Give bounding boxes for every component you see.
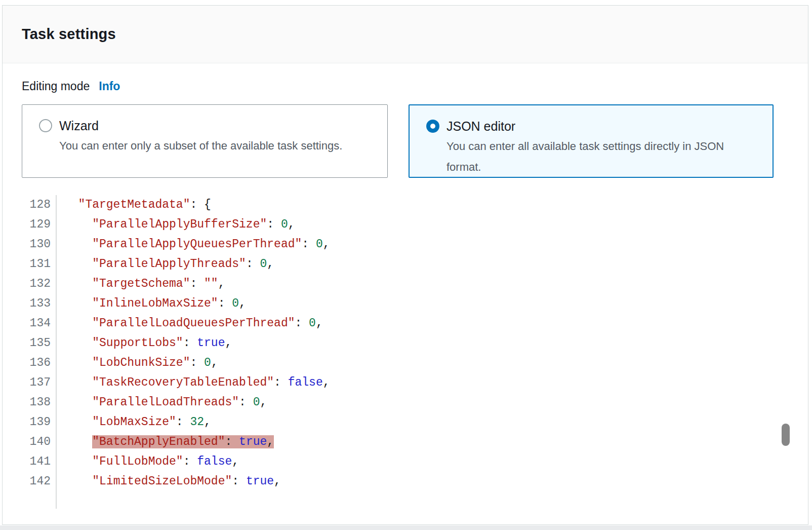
code-text: "ParallelApplyBufferSize": 0, [57,215,295,235]
gutter-filler [3,491,57,509]
line-number: 141 [3,452,57,472]
wizard-option-description: You can enter only a subset of the avail… [59,135,342,156]
code-text: "TargetMetadata": { [57,195,211,215]
line-number: 133 [3,294,57,314]
code-line-filler [3,491,780,509]
wizard-radio-icon[interactable] [39,119,52,132]
info-link[interactable]: Info [99,80,120,93]
json-code-editor[interactable]: 128 "TargetMetadata": {129 "ParallelAppl… [3,195,780,509]
json-editor-option-tile[interactable]: JSON editor You can enter all available … [409,104,774,178]
line-number: 135 [3,333,57,353]
panel-header: Task settings [3,6,808,63]
code-text: "LobChunkSize": 0, [57,353,218,373]
code-text: "ParallelLoadThreads": 0, [57,393,267,412]
line-number: 138 [3,393,57,412]
code-text: "SupportLobs": true, [57,333,232,353]
line-number: 136 [3,353,57,373]
code-line: 128 "TargetMetadata": { [3,195,780,215]
json-editor-radio-icon[interactable] [426,120,439,133]
page-title: Task settings [22,26,116,43]
code-text: "BatchApplyEnabled": true, [57,432,274,452]
code-line: 141 "FullLobMode": false, [3,452,780,472]
json-editor-option-title: JSON editor [446,118,754,135]
line-number: 131 [3,254,57,274]
line-number: 129 [3,215,57,235]
code-line: 129 "ParallelApplyBufferSize": 0, [3,215,780,235]
code-line: 137 "TaskRecoveryTableEnabled": false, [3,373,780,393]
line-number: 142 [3,472,57,491]
code-text: "ParallelApplyThreads": 0, [57,254,274,274]
code-line: 133 "InlineLobMaxSize": 0, [3,294,780,314]
line-number: 130 [3,235,57,254]
code-text: "FullLobMode": false, [57,452,239,472]
code-line: 132 "TargetSchema": "", [3,274,780,294]
code-line: 140 "BatchApplyEnabled": true, [3,432,780,452]
code-text: "ParallelLoadQueuesPerThread": 0, [57,314,323,333]
wizard-option-content: Wizard You can enter only a subset of th… [59,117,342,177]
code-text: "LobMaxSize": 32, [57,412,211,432]
wizard-option-title: Wizard [59,117,342,134]
code-line: 136 "LobChunkSize": 0, [3,353,780,373]
code-line: 134 "ParallelLoadQueuesPerThread": 0, [3,314,780,333]
editing-mode-label: Editing mode [22,80,90,93]
code-line: 139 "LobMaxSize": 32, [3,412,780,432]
line-number: 140 [3,432,57,452]
json-editor-option-description: You can enter all available task setting… [446,136,754,177]
code-line: 138 "ParallelLoadThreads": 0, [3,393,780,412]
editing-mode-row: Editing mode Info [22,80,120,93]
code-line: 130 "ParallelApplyQueuesPerThread": 0, [3,235,780,254]
editing-mode-tiles: Wizard You can enter only a subset of th… [22,104,774,178]
code-line: 135 "SupportLobs": true, [3,333,780,353]
code-text: "TaskRecoveryTableEnabled": false, [57,373,330,393]
code-text: "ParallelApplyQueuesPerThread": 0, [57,235,330,254]
code-text: "LimitedSizeLobMode": true, [57,472,281,491]
vertical-scrollbar-thumb[interactable] [782,424,790,446]
page-background-strip [0,525,812,530]
line-number: 128 [3,195,57,215]
code-text: "InlineLobMaxSize": 0, [57,294,246,314]
json-editor-option-content: JSON editor You can enter all available … [446,118,754,177]
code-text: "TargetSchema": "", [57,274,225,294]
line-number: 139 [3,412,57,432]
line-number: 134 [3,314,57,333]
line-number: 137 [3,373,57,393]
code-lines: 128 "TargetMetadata": {129 "ParallelAppl… [3,195,780,491]
line-number: 132 [3,274,57,294]
wizard-option-tile[interactable]: Wizard You can enter only a subset of th… [22,104,388,178]
code-line: 131 "ParallelApplyThreads": 0, [3,254,780,274]
task-settings-panel: Task settings Editing mode Info Wizard Y… [2,5,808,525]
code-line: 142 "LimitedSizeLobMode": true, [3,472,780,491]
